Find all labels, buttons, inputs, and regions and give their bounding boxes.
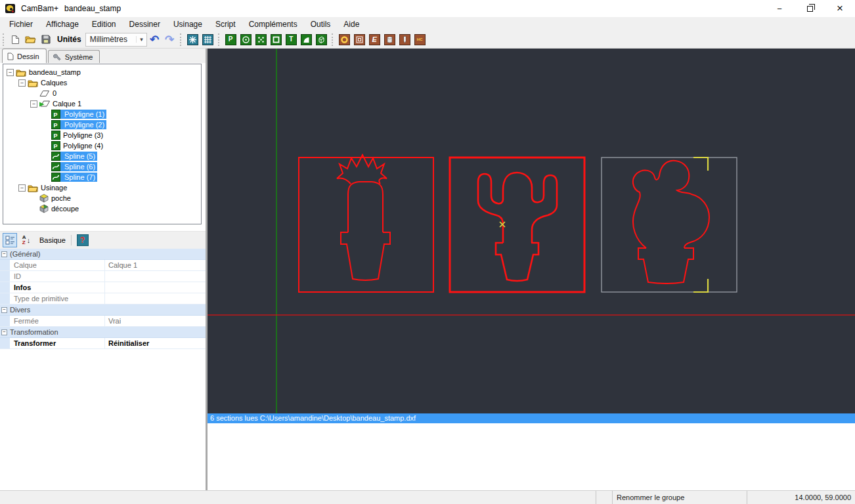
property-value[interactable]: [105, 271, 206, 282]
expander-icon[interactable]: −: [30, 100, 37, 108]
property-label: Transformer: [10, 338, 105, 348]
tree-item-decoupe[interactable]: découpe: [3, 203, 201, 214]
cactus-2-group[interactable]: [450, 158, 584, 292]
statusbar-action-text: Renommer le groupe: [617, 494, 684, 501]
units-dropdown-value: Millimètres: [90, 35, 127, 44]
tab-dessin[interactable]: Dessin: [2, 49, 47, 63]
tree-item-polyligne-2[interactable]: PPolyligne (2): [3, 119, 201, 130]
property-category-general[interactable]: − (Général): [0, 249, 206, 260]
draw-arc-button[interactable]: [299, 33, 313, 47]
mop-3dprofile-button[interactable]: [398, 33, 412, 47]
separator: [71, 235, 72, 245]
property-category-transformation[interactable]: − Transformation: [0, 327, 206, 338]
tab-systeme[interactable]: Système: [48, 50, 100, 63]
units-dropdown[interactable]: Millimètres ▾: [85, 33, 147, 47]
property-label: ID: [10, 271, 105, 282]
draw-rectangle-button[interactable]: [269, 33, 283, 47]
tree-item-label: Calques: [41, 78, 69, 87]
new-file-button[interactable]: [9, 33, 22, 47]
menu-fichier[interactable]: Fichier: [3, 18, 39, 30]
expander-icon[interactable]: −: [7, 69, 14, 76]
tree-item-spline-7[interactable]: Spline (7): [3, 172, 201, 182]
close-button[interactable]: ×: [825, 0, 855, 17]
draw-points-button[interactable]: [254, 33, 268, 47]
redo-icon: ↷: [165, 33, 174, 47]
tree-item-root[interactable]: − bandeau_stamp: [3, 67, 201, 77]
snap-grid-button[interactable]: [201, 33, 215, 47]
properties-toolbar: AZ↓ Basique ?: [0, 231, 206, 249]
tree-item-label: Spline (6): [63, 162, 97, 171]
property-value[interactable]: Réinitialiser: [105, 338, 206, 348]
expander-icon[interactable]: −: [18, 184, 26, 192]
menu-usinage[interactable]: Usinage: [167, 18, 209, 30]
undo-button[interactable]: ↶: [148, 33, 162, 47]
drawing-canvas[interactable]: [208, 49, 855, 413]
open-file-button[interactable]: [24, 33, 37, 47]
sort-alpha-icon: AZ↓: [22, 235, 30, 245]
cactus-2-pot: [496, 243, 538, 281]
mop-profile-button[interactable]: [353, 33, 366, 47]
draw-circle-button[interactable]: [239, 33, 253, 47]
property-value[interactable]: [105, 293, 206, 304]
property-row-type: Type de primitive: [0, 293, 206, 304]
menu-edition[interactable]: Edition: [85, 18, 123, 30]
undo-icon: ↶: [150, 33, 159, 47]
expander-icon[interactable]: −: [18, 79, 26, 87]
statusbar-section-small: [596, 491, 613, 504]
save-button[interactable]: [39, 33, 53, 47]
minimize-button[interactable]: −: [764, 0, 795, 17]
cactus-1-group[interactable]: [299, 155, 433, 292]
menu-script[interactable]: Script: [209, 18, 242, 30]
tree-item-spline-5[interactable]: Spline (5): [3, 151, 201, 161]
tree-item-calque-1[interactable]: − Calque 1: [3, 98, 201, 109]
collapse-icon[interactable]: −: [1, 307, 7, 313]
property-value[interactable]: [105, 282, 206, 293]
mop-drill-button[interactable]: [383, 33, 397, 47]
category-label: Transformation: [10, 328, 58, 336]
property-category-divers[interactable]: − Divers: [0, 304, 206, 316]
property-value[interactable]: Vrai: [105, 316, 206, 326]
menu-complements[interactable]: Compléments: [242, 18, 304, 30]
draw-circle-icon: [240, 34, 252, 45]
tree-item-polyligne-4[interactable]: PPolyligne (4): [3, 140, 201, 151]
cactus-3-group[interactable]: [602, 158, 737, 292]
polyline-icon: P: [51, 141, 60, 150]
mop-heightcut-button[interactable]: HC: [413, 33, 427, 47]
mop-engrave-button[interactable]: E: [368, 33, 382, 47]
draw-polyline-button[interactable]: P: [224, 33, 238, 47]
wrench-icon: [53, 53, 62, 61]
cactus-1-crown: [337, 155, 387, 184]
property-row-id: ID: [0, 271, 206, 282]
mop-heightcut-icon: HC: [414, 34, 426, 45]
property-label: Fermée: [10, 316, 105, 326]
menu-outils[interactable]: Outils: [304, 18, 338, 30]
categorized-view-button[interactable]: [3, 233, 17, 247]
tree-item-poche[interactable]: poche: [3, 193, 201, 203]
panel-tabs: Dessin Système: [0, 49, 100, 63]
menu-aide[interactable]: Aide: [337, 18, 366, 30]
draw-text-button[interactable]: T: [284, 33, 298, 47]
tree-item-layer-0[interactable]: 0: [3, 88, 201, 98]
sort-alpha-button[interactable]: AZ↓: [19, 233, 33, 247]
draw-surface-button[interactable]: [315, 33, 328, 47]
tree-item-spline-6[interactable]: Spline (6): [3, 161, 201, 172]
menu-dessiner[interactable]: Dessiner: [123, 18, 167, 30]
folder-icon: [28, 79, 38, 87]
spline-icon: [51, 162, 60, 171]
tree-item-polyligne-3[interactable]: PPolyligne (3): [3, 130, 201, 140]
tree-item-label: Usinage: [41, 183, 69, 192]
main-area: Dessin Système − bandeau_stamp − Calques: [0, 49, 855, 490]
tree-item-polyligne-1[interactable]: PPolyligne (1): [3, 109, 201, 119]
menu-affichage[interactable]: Affichage: [39, 18, 85, 30]
mop-pocket-button[interactable]: [338, 33, 351, 47]
collapse-icon[interactable]: −: [1, 329, 7, 335]
tree-item-usinage[interactable]: − Usinage: [3, 182, 201, 193]
help-icon: ?: [80, 236, 85, 245]
restore-button[interactable]: [795, 0, 825, 17]
help-button[interactable]: ?: [77, 234, 89, 246]
collapse-icon[interactable]: −: [1, 251, 7, 257]
tree-item-calques[interactable]: − Calques: [3, 77, 201, 88]
snap-points-button[interactable]: [186, 33, 200, 47]
redo-button[interactable]: ↷: [163, 33, 177, 47]
property-value[interactable]: Calque 1: [105, 260, 206, 270]
